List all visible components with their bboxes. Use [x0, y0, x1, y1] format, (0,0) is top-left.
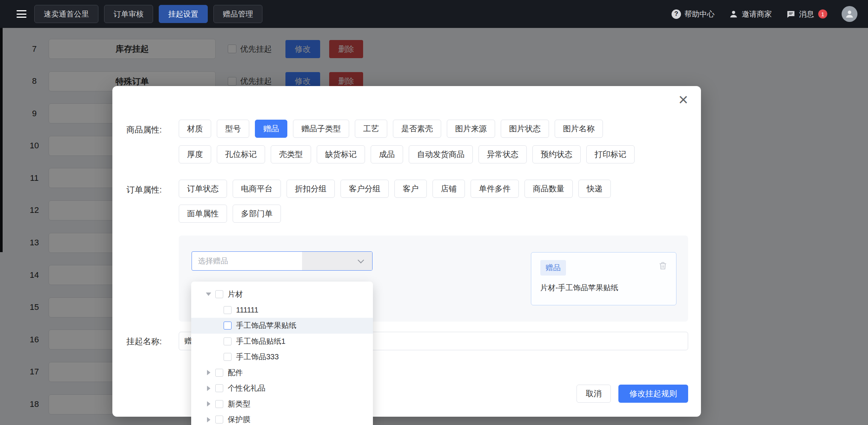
avatar[interactable]	[842, 6, 857, 22]
messages-label: 消息	[799, 9, 814, 19]
product-attr-button[interactable]: 工艺	[355, 120, 387, 138]
caret-box	[205, 401, 212, 407]
top-navbar: 速卖通首公里 订单审核 挂起设置 赠品管理 ? 帮助中心 邀请商家 消息 1	[0, 0, 868, 28]
tree-item[interactable]: 手工饰品苹果贴纸	[191, 318, 373, 334]
product-attr-button[interactable]: 厚度	[179, 145, 211, 163]
tree-item[interactable]: 新类型	[191, 396, 373, 412]
order-attr-row-2: 面单属性 多部门单	[179, 205, 281, 223]
invite-label: 邀请商家	[742, 9, 772, 19]
user-icon	[729, 9, 738, 19]
avatar-person-icon	[845, 9, 854, 19]
caret-box	[205, 386, 212, 391]
tree-item-label: 配件	[228, 368, 243, 378]
nav-tab[interactable]: 速卖通首公里	[34, 5, 98, 23]
product-attr-button[interactable]: 图片状态	[501, 120, 549, 138]
product-attr-row-1: 材质 型号 赠品 赠品子类型 工艺 是否素壳 图片来源 图片状态 图片名称	[179, 120, 603, 138]
nav-tab[interactable]: 订单审核	[104, 5, 153, 23]
gift-select[interactable]: 选择赠品	[192, 251, 373, 271]
select-arrow-area[interactable]	[302, 252, 372, 270]
nav-tab[interactable]: 挂起设置	[159, 5, 208, 23]
product-attr-button[interactable]: 赠品子类型	[293, 120, 349, 138]
nav-tab[interactable]: 赠品管理	[213, 5, 262, 23]
product-attr-button[interactable]: 异常状态	[478, 145, 527, 163]
tree-checkbox[interactable]	[215, 290, 223, 298]
invite-merchant-link[interactable]: 邀请商家	[729, 9, 772, 19]
tree-caret-icon[interactable]	[207, 386, 210, 391]
order-attr-label: 订单属性:	[126, 184, 162, 196]
gift-select-placeholder: 选择赠品	[192, 252, 302, 270]
product-attr-button[interactable]: 赠品	[255, 120, 287, 138]
tree-checkbox[interactable]	[215, 384, 223, 392]
order-attr-button[interactable]: 客户分组	[340, 180, 389, 198]
tree-checkbox[interactable]	[224, 353, 232, 361]
order-attr-button[interactable]: 电商平台	[233, 180, 281, 198]
order-attr-button[interactable]: 快递	[578, 180, 611, 198]
product-attr-button[interactable]: 图片来源	[447, 120, 495, 138]
gift-tag: 赠品	[540, 260, 566, 276]
confirm-button[interactable]: 修改挂起规则	[618, 385, 688, 403]
selected-gift-name: 片材-手工饰品苹果贴纸	[540, 283, 618, 293]
order-attr-button[interactable]: 订单状态	[179, 180, 227, 198]
product-attr-button[interactable]: 材质	[179, 120, 211, 138]
tree-caret-icon[interactable]	[207, 417, 210, 422]
help-icon: ?	[672, 9, 681, 19]
order-attr-button[interactable]: 商品数量	[524, 180, 573, 198]
message-icon	[786, 9, 796, 19]
tree-checkbox[interactable]	[215, 369, 223, 377]
tree-caret-icon[interactable]	[206, 293, 211, 296]
order-attr-button[interactable]: 折扣分组	[287, 180, 335, 198]
tree-checkbox[interactable]	[215, 416, 223, 423]
close-icon[interactable]: ×	[678, 91, 688, 108]
tree-item-label: 个性化礼品	[228, 383, 265, 393]
nav-tabs: 速卖通首公里 订单审核 挂起设置 赠品管理	[34, 5, 262, 23]
gift-dropdown: 片材 111111 手工饰品苹果贴纸 手工饰品贴纸1	[191, 282, 373, 425]
product-attr-row-2: 厚度 孔位标记 壳类型 缺货标记 成品 自动发货商品 异常状态 预约状态 打印标…	[179, 145, 635, 163]
order-attr-button[interactable]: 店铺	[432, 180, 465, 198]
product-attr-button[interactable]: 自动发货商品	[409, 145, 473, 163]
product-attr-button[interactable]: 预约状态	[532, 145, 581, 163]
tree-item[interactable]: 片材	[191, 286, 373, 302]
trash-icon[interactable]	[658, 261, 668, 271]
product-attr-button[interactable]: 是否素壳	[393, 120, 441, 138]
tree-checkbox[interactable]	[224, 306, 232, 314]
navbar-right: ? 帮助中心 邀请商家 消息 1	[672, 6, 868, 22]
message-badge: 1	[818, 9, 827, 18]
tree-item[interactable]: 配件	[191, 365, 373, 381]
tree-item-label: 111111	[236, 306, 258, 314]
order-attr-button[interactable]: 多部门单	[233, 205, 281, 223]
selected-gift-card: 赠品 片材-手工饰品苹果贴纸	[531, 252, 676, 305]
product-attr-button[interactable]: 壳类型	[271, 145, 311, 163]
tree-caret-icon[interactable]	[207, 370, 210, 375]
menu-icon[interactable]	[17, 10, 26, 18]
product-attr-button[interactable]: 打印标记	[586, 145, 635, 163]
messages-link[interactable]: 消息 1	[786, 9, 827, 19]
tree-item-label: 手工饰品苹果贴纸	[236, 320, 296, 331]
tree-item-label: 新类型	[228, 399, 250, 409]
tree-item[interactable]: 手工饰品贴纸1	[191, 334, 373, 350]
order-attr-button[interactable]: 单件多件	[471, 180, 519, 198]
tree-checkbox[interactable]	[215, 400, 223, 408]
caret-box	[205, 370, 212, 375]
tree-item[interactable]: 手工饰品333	[191, 349, 373, 365]
order-attr-button[interactable]: 客户	[394, 180, 427, 198]
caret-box	[205, 417, 212, 422]
tree-item-label: 手工饰品333	[236, 352, 279, 362]
tree-checkbox[interactable]	[224, 322, 232, 330]
order-attr-row-1: 订单状态 电商平台 折扣分组 客户分组 客户 店铺 单件多件 商品数量 快递	[179, 180, 611, 198]
tree-item[interactable]: 个性化礼品	[191, 380, 373, 396]
tree-item[interactable]: 保护膜	[191, 412, 373, 425]
product-attr-button[interactable]: 孔位标记	[217, 145, 265, 163]
order-attr-button[interactable]: 面单属性	[179, 205, 227, 223]
help-label: 帮助中心	[684, 9, 715, 19]
tree-item[interactable]: 111111	[191, 302, 373, 318]
tree-checkbox[interactable]	[224, 337, 232, 345]
cancel-button[interactable]: 取消	[577, 385, 611, 403]
product-attr-label: 商品属性:	[126, 124, 162, 136]
product-attr-button[interactable]: 型号	[217, 120, 249, 138]
tree-caret-icon[interactable]	[207, 401, 210, 407]
tree-item-label: 手工饰品贴纸1	[236, 336, 285, 346]
product-attr-button[interactable]: 成品	[371, 145, 403, 163]
help-center-link[interactable]: ? 帮助中心	[672, 9, 715, 19]
product-attr-button[interactable]: 缺货标记	[317, 145, 365, 163]
product-attr-button[interactable]: 图片名称	[555, 120, 603, 138]
